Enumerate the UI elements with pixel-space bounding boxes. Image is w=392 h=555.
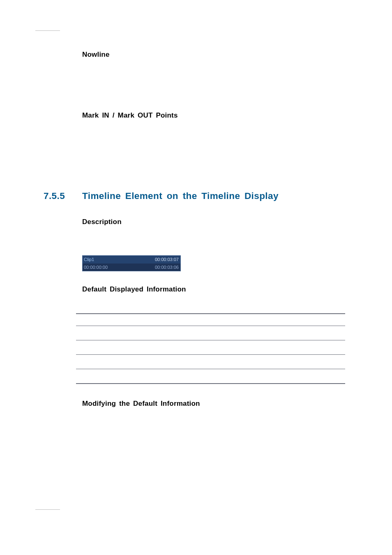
table-cell-info: TC IN of the timeline element in the ori… (138, 354, 345, 369)
table-cell-part: Upper right corner (76, 340, 138, 355)
clip-name: Clip1 (84, 257, 94, 262)
para-nowline-1: The nowline is a red vertical line which… (82, 64, 345, 83)
table-row: Upper left corner Clip name (76, 326, 345, 340)
clip-row-bottom: 00:00:00:00 00:00:03:06 (83, 264, 180, 271)
section-755: 7.5.5 Timeline Element on the Timeline D… (82, 191, 345, 201)
table-header-row: Part of the element Information displaye… (76, 314, 345, 326)
table-row: Lower left corner TC IN of the timeline … (76, 354, 345, 369)
heading-mark-in-out: Mark IN / Mark OUT Points (82, 111, 345, 120)
para-modify-2: The default clip information can be chan… (82, 435, 345, 453)
heading-nowline: Nowline (82, 51, 345, 59)
para-mark-2: The mark IN point indicates the beginnin… (82, 147, 345, 165)
para-mark-1: The mark IN and mark OUT points set in a… (82, 125, 345, 143)
table-cell-part: Lower left corner (76, 354, 138, 369)
timeline-element-example: Clip1 00:00:03:07 00:00:00:00 00:00:03:0… (82, 255, 181, 271)
document-page: Nowline The nowline is a red vertical li… (0, 0, 392, 555)
clip-tc-out: 00:00:03:06 (155, 264, 179, 270)
table-cell-info: Duration of the timeline element (138, 340, 345, 355)
clip-duration: 00:00:03:07 (155, 257, 179, 262)
table-cell-info: Clip name (138, 326, 345, 340)
para-nowline-2: The nowline is topped by an inverted tri… (82, 86, 345, 95)
table-cell-info: TC OUT of the timeline element in the or… (138, 369, 345, 383)
top-hairline (35, 30, 60, 31)
clip-row-top: Clip1 00:00:03:07 (83, 256, 180, 263)
para-default-displayed: The following clip information is displa… (82, 298, 345, 308)
para-modify-2a: The default clip information can be chan… (82, 436, 213, 442)
table-header-info: Information displayed (138, 314, 345, 326)
clip-tc-in: 00:00:00:00 (84, 264, 108, 270)
table-row: Lower right corner TC OUT of the timelin… (76, 369, 345, 383)
table-cell-part: Upper left corner (76, 326, 138, 340)
bottom-hairline (35, 509, 60, 510)
table-header-part: Part of the element (76, 314, 138, 326)
para-modify-1: The information displayed in the lower c… (82, 413, 345, 431)
para-description: When clips are inserted into a timeline,… (82, 231, 345, 250)
info-table: Part of the element Information displaye… (76, 313, 345, 384)
heading-default-displayed: Default Displayed Information (82, 285, 345, 294)
settings-path: Settings > Timeline > General (213, 436, 296, 442)
table-cell-part: Lower right corner (76, 369, 138, 383)
heading-modifying: Modifying the Default Information (82, 400, 345, 408)
table-row: Upper right corner Duration of the timel… (76, 340, 345, 355)
content-column: Nowline The nowline is a red vertical li… (82, 0, 345, 453)
section-title: Timeline Element on the Timeline Display (82, 191, 345, 201)
section-number: 7.5.5 (44, 191, 65, 201)
heading-description: Description (82, 218, 345, 226)
